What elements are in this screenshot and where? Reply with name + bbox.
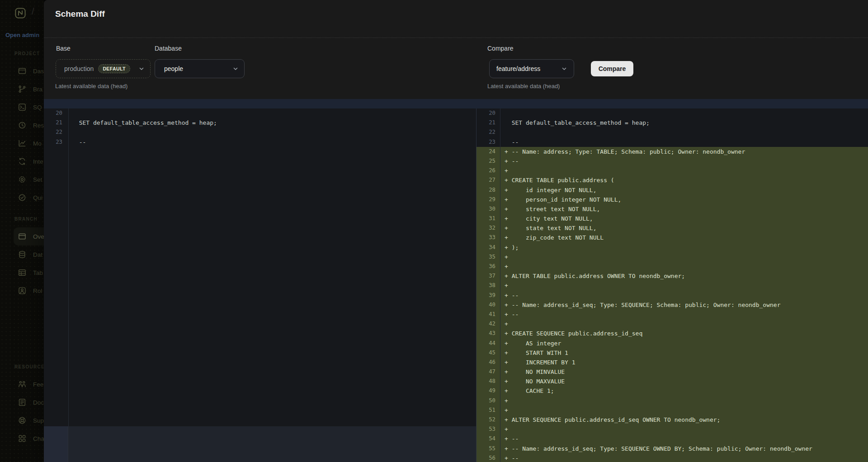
diff-line: 46+ INCREMENT BY 1 bbox=[476, 358, 868, 367]
line-number: 24 bbox=[476, 147, 500, 156]
line-content: + bbox=[500, 405, 508, 415]
diff-panes: 2021 SET default_table_access_method = h… bbox=[44, 108, 868, 462]
line-number: 51 bbox=[476, 405, 500, 415]
diff-line: 53+ bbox=[476, 424, 868, 434]
chevron-down-icon bbox=[138, 66, 145, 72]
diff-pane-compare[interactable]: 2021 SET default_table_access_method = h… bbox=[476, 108, 868, 462]
line-number: 34 bbox=[476, 243, 500, 252]
line-number: 29 bbox=[476, 195, 500, 204]
database-select[interactable]: people bbox=[155, 59, 245, 78]
line-content: + INCREMENT BY 1 bbox=[500, 358, 576, 367]
diff-line: 40+ -- Name: address_id_seq; Type: SEQUE… bbox=[476, 300, 868, 310]
line-number: 35 bbox=[476, 252, 500, 262]
line-number: 42 bbox=[476, 319, 500, 329]
diff-line: 42+ bbox=[476, 319, 868, 329]
diff-line: 32+ state text NOT NULL, bbox=[476, 223, 868, 233]
line-content: + -- bbox=[500, 291, 519, 300]
diff-pane-base[interactable]: 2021 SET default_table_access_method = h… bbox=[44, 108, 476, 462]
line-content: + bbox=[500, 262, 508, 271]
compare-branch-select[interactable]: feature/address bbox=[489, 59, 574, 78]
line-content: + city text NOT NULL, bbox=[500, 214, 593, 223]
compare-label: Compare bbox=[487, 45, 514, 52]
diff-line: 21 SET default_table_access_method = hea… bbox=[44, 118, 476, 127]
schema-diff-panel: Schema Diff Base production DEFAULT Data… bbox=[44, 0, 868, 462]
line-number: 20 bbox=[44, 108, 68, 118]
base-label: Base bbox=[56, 45, 71, 52]
gutter-divider bbox=[68, 108, 69, 426]
diff-line: 52+ ALTER SEQUENCE public.address_id_seq… bbox=[476, 415, 868, 424]
diff-line: 26+ bbox=[476, 166, 868, 175]
diff-line: 30+ street text NOT NULL, bbox=[476, 204, 868, 214]
line-content: + person_id integer NOT NULL, bbox=[500, 195, 621, 204]
line-number: 41 bbox=[476, 310, 500, 319]
line-number: 47 bbox=[476, 367, 500, 377]
line-number: 37 bbox=[476, 271, 500, 281]
line-content: + CREATE TABLE public.address ( bbox=[500, 175, 614, 185]
line-content: + NO MINVALUE bbox=[500, 367, 565, 377]
diff-line: 37+ ALTER TABLE public.address OWNER TO … bbox=[476, 271, 868, 281]
diff-line: 29+ person_id integer NOT NULL, bbox=[476, 195, 868, 204]
line-content bbox=[500, 108, 505, 118]
modal-backdrop[interactable] bbox=[0, 0, 44, 462]
chevron-down-icon bbox=[232, 66, 239, 72]
line-number: 48 bbox=[476, 377, 500, 386]
diff-line: 41+ -- bbox=[476, 310, 868, 319]
line-number: 36 bbox=[476, 262, 500, 271]
diff-line: 56+ -- bbox=[476, 453, 868, 462]
line-content: + bbox=[500, 319, 508, 329]
line-number: 56 bbox=[476, 453, 500, 462]
line-content: + bbox=[500, 424, 508, 434]
line-content: + AS integer bbox=[500, 339, 561, 348]
line-number: 30 bbox=[476, 204, 500, 214]
base-branch-select[interactable]: production DEFAULT bbox=[56, 59, 151, 78]
line-content: + -- bbox=[500, 156, 519, 166]
header-divider bbox=[44, 38, 868, 38]
page-title: Schema Diff bbox=[55, 9, 105, 19]
line-content: + -- Name: address; Type: TABLE; Schema:… bbox=[500, 147, 745, 156]
line-number: 28 bbox=[476, 185, 500, 195]
line-content: + ); bbox=[500, 243, 519, 252]
line-number: 40 bbox=[476, 300, 500, 310]
line-content bbox=[68, 127, 72, 137]
line-number: 39 bbox=[476, 291, 500, 300]
line-number: 46 bbox=[476, 358, 500, 367]
diff-line: 31+ city text NOT NULL, bbox=[476, 214, 868, 223]
line-number: 20 bbox=[476, 108, 500, 118]
diff-line: 55+ -- Name: address_id_seq; Type: SEQUE… bbox=[476, 444, 868, 453]
line-number: 33 bbox=[476, 233, 500, 242]
diff-spacer bbox=[44, 426, 476, 462]
diff-line: 22 bbox=[476, 127, 868, 137]
default-badge: DEFAULT bbox=[98, 64, 130, 73]
diff-line: 20 bbox=[476, 108, 868, 118]
diff-line: 35+ bbox=[476, 252, 868, 262]
base-hint: Latest available data (head) bbox=[55, 83, 127, 90]
line-number: 26 bbox=[476, 166, 500, 175]
line-number: 50 bbox=[476, 396, 500, 405]
line-content: + -- bbox=[500, 453, 519, 462]
line-content: + -- bbox=[500, 310, 519, 319]
line-content: -- bbox=[68, 137, 86, 147]
line-number: 45 bbox=[476, 348, 500, 358]
diff-line: 51+ bbox=[476, 405, 868, 415]
line-number: 55 bbox=[476, 444, 500, 453]
line-content: + CREATE SEQUENCE public.address_id_seq bbox=[500, 329, 642, 338]
line-number: 25 bbox=[476, 156, 500, 166]
line-content: SET default_table_access_method = heap; bbox=[500, 118, 650, 127]
line-content: + CACHE 1; bbox=[500, 386, 554, 396]
diff-spacer-gutter bbox=[44, 426, 68, 462]
line-number: 21 bbox=[44, 118, 68, 127]
diff-line: 23 -- bbox=[44, 137, 476, 147]
line-content: + -- bbox=[500, 434, 519, 443]
line-content: + id integer NOT NULL, bbox=[500, 185, 597, 195]
line-content: + START WITH 1 bbox=[500, 348, 568, 358]
line-number: 31 bbox=[476, 214, 500, 223]
line-number: 21 bbox=[476, 118, 500, 127]
line-number: 27 bbox=[476, 175, 500, 185]
diff-line: 36+ bbox=[476, 262, 868, 271]
line-content: + bbox=[500, 396, 508, 405]
compare-button[interactable]: Compare bbox=[591, 61, 633, 76]
line-number: 22 bbox=[476, 127, 500, 137]
compare-hint: Latest available data (head) bbox=[487, 83, 560, 90]
diff-line: 27+ CREATE TABLE public.address ( bbox=[476, 175, 868, 185]
diff-line: 43+ CREATE SEQUENCE public.address_id_se… bbox=[476, 329, 868, 338]
